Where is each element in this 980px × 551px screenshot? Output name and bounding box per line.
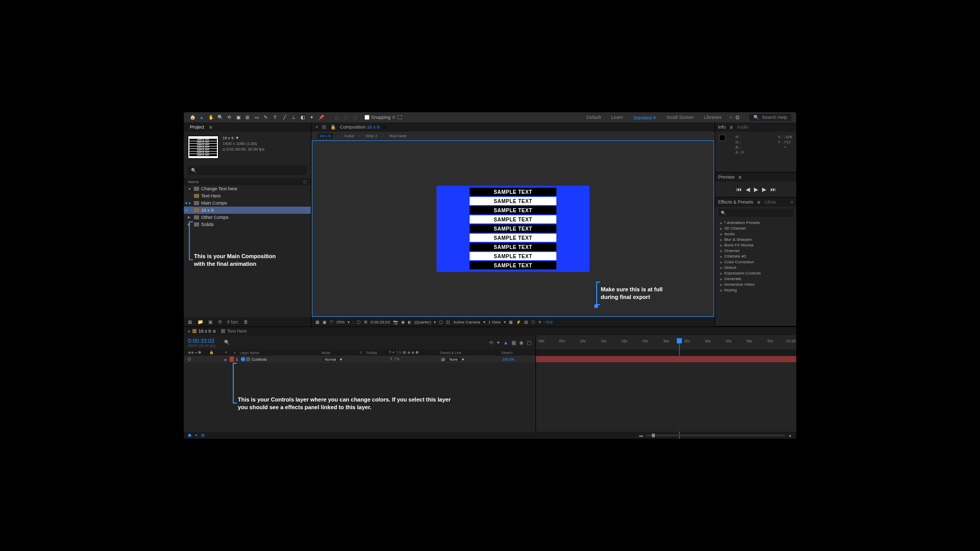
first-frame-icon[interactable]: ⏮: [736, 186, 742, 192]
mask-icon[interactable]: ⬭: [330, 319, 333, 324]
camera-dropdown[interactable]: Active Camera: [453, 320, 480, 324]
zoom-in-icon[interactable]: ▲: [788, 433, 792, 438]
project-panel-menu-icon[interactable]: ≡: [209, 124, 212, 130]
preview-tab[interactable]: Preview: [718, 174, 734, 180]
clone-tool-icon[interactable]: ⊥: [290, 114, 297, 121]
motion-blur-icon[interactable]: ◉: [519, 340, 524, 345]
fx-category[interactable]: ▶CINEMA 4D: [715, 254, 796, 259]
exposure-value[interactable]: +0.0: [545, 320, 553, 324]
workspace-learn[interactable]: Learn: [611, 115, 623, 120]
sync-settings-icon[interactable]: ⊡: [734, 114, 741, 121]
draft3d-icon[interactable]: ▲: [503, 340, 508, 345]
fx-menu-icon[interactable]: ≡: [757, 199, 761, 205]
shape-tool-icon[interactable]: ▭: [253, 114, 260, 121]
layer-twirl-icon[interactable]: ▶: [225, 358, 230, 361]
resolution-dropdown[interactable]: (Quarter): [414, 320, 431, 324]
audio-tab[interactable]: Audio: [737, 124, 749, 130]
puppet-tool-icon[interactable]: 📌: [317, 114, 325, 121]
chevron-down-icon[interactable]: ▾: [462, 357, 464, 362]
workspace-libraries[interactable]: Libraries: [704, 115, 722, 120]
toggle-in-out-icon[interactable]: ⊞: [201, 433, 205, 438]
transparency-grid-icon[interactable]: ▣: [323, 320, 327, 324]
composition-viewport[interactable]: SAMPLE TEXT SAMPLE TEXT SAMPLE TEXT SAMP…: [312, 140, 714, 317]
exposure-reset-icon[interactable]: ☀: [538, 320, 542, 324]
type-tool-icon[interactable]: T: [272, 114, 279, 121]
fx-category[interactable]: ▶Expression Controls: [715, 270, 796, 276]
fx-category[interactable]: ▶Generate: [715, 276, 796, 282]
effects-search-input[interactable]: 🔍: [718, 209, 793, 217]
bpc-label[interactable]: 8 bpc: [227, 319, 238, 324]
snapping-checkbox[interactable]: [364, 115, 370, 120]
blend-mode-dropdown[interactable]: Normal: [323, 358, 338, 361]
timeline-tab-16x9[interactable]: ×16 x 9 ≡: [188, 329, 216, 334]
project-tab[interactable]: Project: [188, 123, 206, 131]
chevron-down-icon[interactable]: ▾: [504, 320, 506, 324]
snapping-expand-icon[interactable]: ⛶: [398, 115, 402, 120]
play-icon[interactable]: ▶: [754, 186, 758, 193]
playhead[interactable]: [677, 338, 682, 343]
workspace-small-screen[interactable]: Small Screen: [666, 115, 694, 120]
eraser-tool-icon[interactable]: ◧: [299, 114, 306, 121]
new-comp-icon[interactable]: ▣: [208, 319, 213, 324]
flowchart-icon[interactable]: ⬡: [303, 180, 307, 184]
fx-category[interactable]: ▶Keying: [715, 287, 796, 293]
shy-icon[interactable]: ✦: [496, 340, 500, 345]
chevron-down-icon[interactable]: ▾: [348, 320, 350, 324]
res-full-icon[interactable]: ▢: [357, 320, 361, 324]
folder-main-comps[interactable]: ▼Main Comps: [184, 199, 311, 207]
project-search-input[interactable]: 🔍: [188, 166, 307, 175]
flowchart-icon[interactable]: ⬡: [531, 320, 535, 324]
layer-bar[interactable]: [536, 356, 796, 362]
fx-category[interactable]: ▶Boris FX Mocha: [715, 242, 796, 248]
last-frame-icon[interactable]: ⏭: [770, 186, 776, 192]
fx-category[interactable]: ▶Color Correction: [715, 259, 796, 265]
timeline-ruler[interactable]: :00s 05s 10s 15s 20s 25s 30s 35s 40s 45s…: [536, 335, 796, 349]
project-settings-icon[interactable]: ⚙: [218, 319, 222, 324]
panel-overflow-icon[interactable]: »: [791, 199, 793, 205]
channel-icon[interactable]: ◉: [401, 320, 405, 324]
brush-tool-icon[interactable]: ╱: [281, 114, 288, 121]
zoom-tool-icon[interactable]: 🔍: [216, 114, 224, 121]
zoom-level[interactable]: 25%: [336, 320, 345, 324]
prev-frame-icon[interactable]: ◀: [746, 186, 750, 193]
breadcrumb-text-here[interactable]: Text Here: [389, 134, 406, 138]
folder-solids[interactable]: ▶Solids: [184, 221, 311, 228]
orbit-tool-icon[interactable]: ⟲: [226, 114, 233, 121]
info-menu-icon[interactable]: ≡: [730, 124, 733, 130]
info-tab[interactable]: Info: [718, 124, 726, 130]
toggle-switches-icon[interactable]: ⬣: [188, 433, 191, 438]
comp-close-icon[interactable]: ×: [315, 124, 318, 130]
workspace-default[interactable]: Default: [586, 115, 601, 120]
roto-tool-icon[interactable]: ✦: [308, 114, 315, 121]
pen-tool-icon[interactable]: ✎: [262, 114, 270, 121]
snapping-toggle[interactable]: Snapping ⊂ ⛶: [364, 115, 402, 120]
toggle-modes-icon[interactable]: ✦: [194, 433, 198, 438]
chevron-down-icon[interactable]: ▾: [483, 320, 485, 324]
timeline-zoom-slider[interactable]: ▬ ▲: [639, 433, 792, 438]
interpret-footage-icon[interactable]: ▦: [188, 319, 192, 324]
viewer-timecode[interactable]: 0:00:33:03: [371, 320, 390, 324]
home-icon[interactable]: 🏠: [189, 114, 196, 121]
workspace-standard[interactable]: Standard ≡: [633, 115, 656, 120]
comp-text-here[interactable]: Text Here: [184, 192, 311, 199]
fx-category[interactable]: ▶* Animation Presets: [715, 220, 796, 226]
timeline-tab-text-here[interactable]: Text Here: [221, 329, 247, 334]
layer-row-controls[interactable]: ▶ 1 Controls Normal▾ ₮ ╱ fx @None▾ 100.0…: [184, 356, 796, 363]
current-timecode[interactable]: 0:00:33:03: [188, 338, 216, 344]
new-folder-icon[interactable]: 📁: [198, 319, 203, 324]
pan-behind-tool-icon[interactable]: ⊞: [244, 114, 251, 121]
fx-category[interactable]: ▶Distort: [715, 265, 796, 270]
parent-dropdown[interactable]: None: [447, 358, 460, 361]
color-mgmt-icon[interactable]: ◐: [408, 320, 411, 324]
libraries-tab[interactable]: Librar: [765, 199, 776, 205]
always-preview-icon[interactable]: ▦: [315, 320, 320, 324]
switch-fx-icon[interactable]: ╱ fx: [394, 357, 399, 361]
breadcrumb-cube[interactable]: Cube: [344, 134, 354, 138]
preview-menu-icon[interactable]: ≡: [739, 174, 742, 180]
breadcrumb-16x9[interactable]: 16 x 9: [317, 133, 333, 139]
fx-category[interactable]: ▶Immersive Video: [715, 282, 796, 287]
lock-icon[interactable]: 🔒: [330, 124, 336, 130]
selection-tool-icon[interactable]: ▲: [198, 114, 205, 121]
comp-16x9[interactable]: 16 x 9: [184, 207, 311, 214]
breadcrumb-strip2[interactable]: Strip 2: [365, 134, 377, 138]
